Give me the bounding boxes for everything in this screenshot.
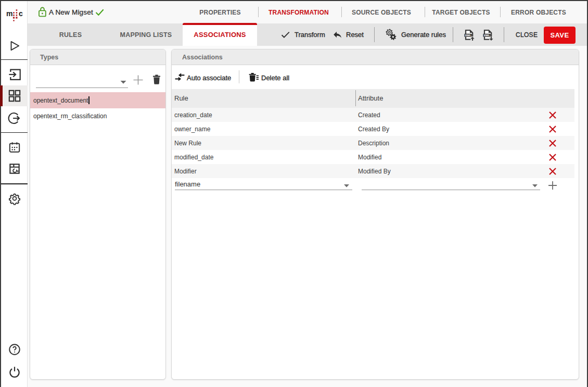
svg-text:XML: XML: [483, 33, 490, 36]
svg-text:XML: XML: [465, 33, 471, 36]
